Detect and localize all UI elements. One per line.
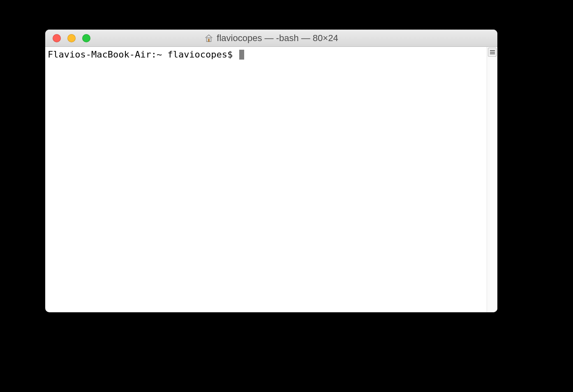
content-area: Flavios-MacBook-Air:~ flaviocopes$ [45,47,497,312]
scroll-indicator-icon[interactable] [488,48,497,57]
svg-rect-0 [207,38,211,42]
minimize-button[interactable] [67,34,76,42]
terminal-output[interactable]: Flavios-MacBook-Air:~ flaviocopes$ [45,47,487,312]
title-wrap: flaviocopes — -bash — 80×24 [45,33,497,44]
maximize-button[interactable] [82,34,90,42]
home-icon [204,34,213,43]
terminal-window: flaviocopes — -bash — 80×24 Flavios-MacB… [45,30,497,312]
titlebar[interactable]: flaviocopes — -bash — 80×24 [45,30,497,47]
shell-prompt: Flavios-MacBook-Air:~ flaviocopes$ [48,49,238,60]
scrollbar[interactable] [487,47,497,312]
cursor [239,50,244,60]
window-title: flaviocopes — -bash — 80×24 [217,33,338,44]
svg-rect-1 [208,39,210,41]
window-controls [45,34,90,42]
close-button[interactable] [53,34,61,42]
